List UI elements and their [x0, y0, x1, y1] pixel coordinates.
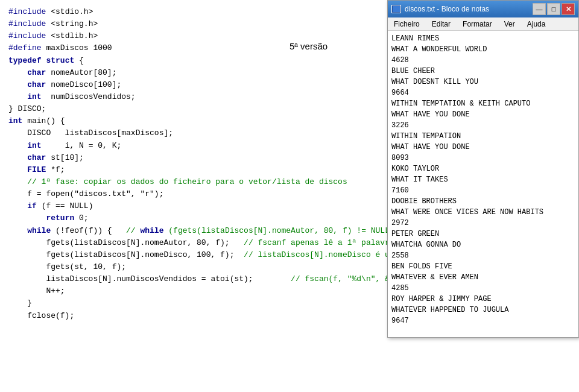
notepad-line: WHAT WERE ONCE VICES ARE NOW HABITS [391, 207, 575, 218]
close-button[interactable]: ✕ [562, 3, 575, 15]
notepad-icon [391, 5, 401, 13]
notepad-line: LEANN RIMES [391, 33, 575, 44]
notepad-line: BLUE CHEER [391, 66, 575, 77]
notepad-line: 9664 [391, 87, 575, 98]
notepad-line: WHATEVER & EVER AMEN [391, 272, 575, 283]
notepad-window: discos.txt - Bloco de notas — □ ✕ Fichei… [387, 0, 579, 338]
notepad-line: 4628 [391, 55, 575, 66]
notepad-line: 2972 [391, 218, 575, 229]
notepad-line: 2558 [391, 250, 575, 261]
notepad-line: WHAT IT TAKES [391, 174, 575, 185]
notepad-line: WHAT DOESNT KILL YOU [391, 77, 575, 87]
notepad-line: WHATEVER HAPPENED TO JUGULA [391, 305, 575, 315]
notepad-title: discos.txt - Bloco de notas [405, 5, 533, 13]
notepad-line: ROY HARPER & JIMMY PAGE [391, 294, 575, 305]
maximize-button[interactable]: □ [547, 3, 560, 15]
notepad-line: WITHIN TEMPTATION & KEITH CAPUTO [391, 98, 575, 109]
menu-item-formatar[interactable]: Formatar [459, 19, 496, 30]
notepad-menubar: FicheiroEditarFormatarVerAjuda [388, 17, 578, 31]
notepad-line: BEN FOLDS FIVE [391, 261, 575, 272]
notepad-titlebar: discos.txt - Bloco de notas — □ ✕ [388, 1, 578, 17]
notepad-line: WHAT A WONDERFUL WORLD [391, 44, 575, 55]
notepad-line: 7160 [391, 185, 575, 196]
notepad-line: 8093 [391, 153, 575, 163]
notepad-line: 4285 [391, 283, 575, 294]
notepad-line: KOKO TAYLOR [391, 163, 575, 174]
notepad-line: DOOBIE BROTHERS [391, 196, 575, 207]
notepad-line: 9647 [391, 315, 575, 326]
notepad-content[interactable]: LEANN RIMESWHAT A WONDERFUL WORLD4628BLU… [388, 31, 578, 337]
menu-item-ver[interactable]: Ver [501, 19, 519, 30]
menu-item-editar[interactable]: Editar [428, 19, 454, 30]
notepad-line: WHAT HAVE YOU DONE [391, 109, 575, 120]
notepad-line: PETER GREEN [391, 229, 575, 239]
version-label: 5ª versão [290, 41, 327, 51]
notepad-line: WHATCHA GONNA DO [391, 239, 575, 250]
menu-item-ajuda[interactable]: Ajuda [524, 19, 549, 30]
minimize-button[interactable]: — [533, 3, 546, 15]
notepad-line: WITHIN TEMPATION [391, 131, 575, 142]
notepad-line: WHAT HAVE YOU DONE [391, 142, 575, 153]
notepad-line: 3226 [391, 120, 575, 131]
titlebar-buttons: — □ ✕ [533, 3, 575, 15]
menu-item-ficheiro[interactable]: Ficheiro [390, 19, 423, 30]
